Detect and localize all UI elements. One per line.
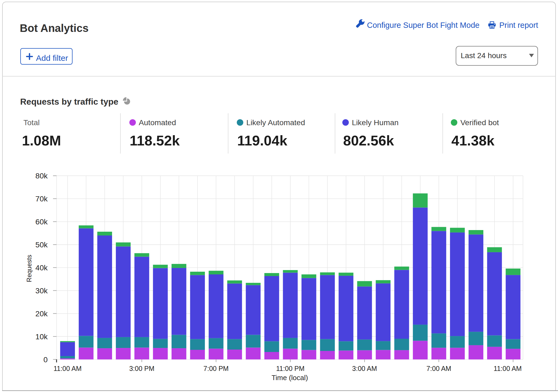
svg-text:7:00 PM: 7:00 PM bbox=[203, 365, 229, 372]
svg-text:7:00 AM: 7:00 AM bbox=[426, 365, 451, 372]
svg-text:50k: 50k bbox=[35, 241, 48, 249]
svg-text:Requests: Requests bbox=[25, 255, 33, 282]
svg-text:70k: 70k bbox=[35, 195, 48, 203]
svg-text:20k: 20k bbox=[35, 310, 48, 318]
svg-text:Time (local): Time (local) bbox=[271, 374, 308, 382]
svg-text:30k: 30k bbox=[35, 287, 48, 295]
svg-text:3:00 AM: 3:00 AM bbox=[352, 365, 377, 372]
svg-text:80k: 80k bbox=[35, 172, 48, 180]
svg-text:0: 0 bbox=[43, 356, 48, 364]
svg-text:11:00 AM: 11:00 AM bbox=[54, 365, 82, 372]
svg-text:11:00 PM: 11:00 PM bbox=[276, 365, 304, 372]
svg-text:11:00 AM: 11:00 AM bbox=[494, 365, 522, 372]
svg-text:60k: 60k bbox=[35, 218, 48, 226]
svg-text:10k: 10k bbox=[35, 333, 48, 341]
svg-text:40k: 40k bbox=[35, 264, 48, 272]
svg-text:3:00 PM: 3:00 PM bbox=[129, 365, 154, 372]
